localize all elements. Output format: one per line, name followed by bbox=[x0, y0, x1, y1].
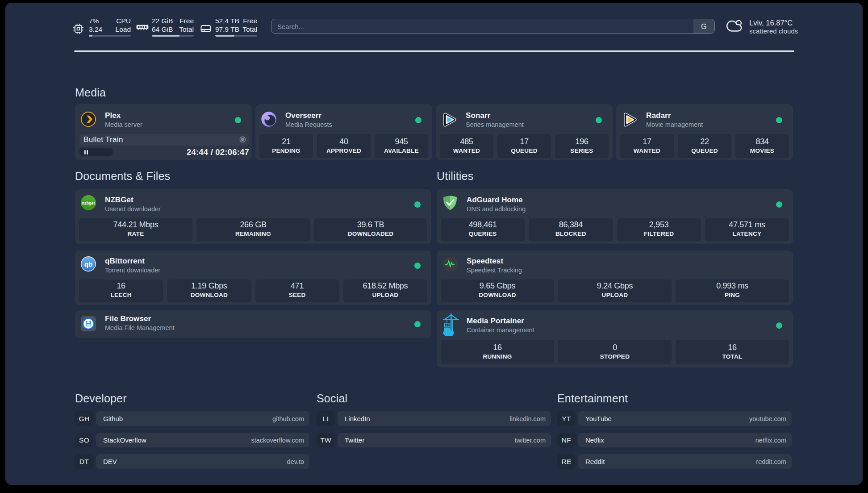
svg-text:qb: qb bbox=[84, 260, 92, 268]
svg-text:nzbget: nzbget bbox=[82, 201, 95, 205]
